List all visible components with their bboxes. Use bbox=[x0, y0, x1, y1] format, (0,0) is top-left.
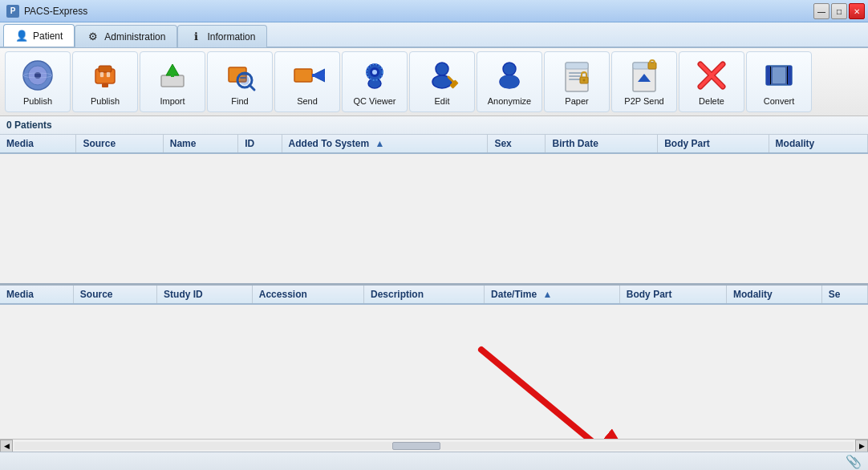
col-name[interactable]: Name bbox=[163, 135, 237, 153]
minimize-button[interactable]: — bbox=[813, 3, 829, 19]
edit-label: Edit bbox=[435, 96, 450, 106]
close-button[interactable]: ✕ bbox=[849, 3, 865, 19]
scroll-right-button[interactable]: ▶ bbox=[855, 440, 868, 452]
svg-rect-67 bbox=[788, 66, 792, 85]
information-tab-icon: ℹ bbox=[189, 30, 202, 43]
tab-administration[interactable]: ⚙ Administration bbox=[75, 25, 177, 47]
qc-viewer-button[interactable]: QC Viewer bbox=[342, 51, 408, 112]
p2p-send-button[interactable]: P2P Send bbox=[611, 51, 677, 112]
study-col-accession[interactable]: Accession bbox=[252, 286, 363, 304]
publish-disk-icon bbox=[20, 58, 55, 93]
convert-icon bbox=[761, 58, 797, 93]
toolbar: Publish Publish Import bbox=[0, 48, 868, 116]
svg-rect-36 bbox=[566, 63, 588, 69]
svg-rect-34 bbox=[500, 75, 519, 88]
qc-viewer-icon bbox=[357, 58, 392, 93]
svg-rect-5 bbox=[99, 66, 112, 72]
col-modality[interactable]: Modality bbox=[769, 135, 867, 153]
delete-button[interactable]: Delete bbox=[679, 51, 744, 112]
red-arrow-indicator bbox=[465, 334, 626, 452]
study-table: Media Source Study ID Accession Descript… bbox=[0, 286, 868, 305]
app-icon: P bbox=[6, 5, 19, 18]
find-label: Find bbox=[231, 96, 248, 106]
main-content: 0 Patients Media Source Name ID Added To… bbox=[0, 116, 868, 452]
svg-rect-7 bbox=[100, 72, 103, 77]
paper-button[interactable]: Paper bbox=[544, 51, 610, 112]
import-button[interactable]: Import bbox=[140, 51, 205, 112]
col-id[interactable]: ID bbox=[238, 135, 282, 153]
title-bar: P PACS-Express — □ ✕ bbox=[0, 0, 868, 22]
col-media[interactable]: Media bbox=[0, 135, 76, 153]
import-label: Import bbox=[160, 96, 185, 106]
study-col-description[interactable]: Description bbox=[364, 286, 485, 304]
paper-label: Paper bbox=[565, 96, 588, 106]
col-source[interactable]: Source bbox=[76, 135, 163, 153]
study-table-header: Media Source Study ID Accession Descript… bbox=[0, 286, 868, 304]
anonymize-icon bbox=[492, 58, 527, 93]
col-sex[interactable]: Sex bbox=[488, 135, 546, 153]
send-button[interactable]: Send bbox=[274, 51, 340, 112]
tab-information[interactable]: ℹ Information bbox=[177, 25, 267, 47]
svg-rect-20 bbox=[312, 74, 325, 77]
svg-rect-11 bbox=[171, 69, 174, 77]
patient-table: Media Source Name ID Added To System ▲ S… bbox=[0, 135, 868, 154]
patient-tab-icon: 👤 bbox=[15, 30, 28, 43]
edit-icon bbox=[424, 58, 460, 93]
patient-count: 0 Patients bbox=[0, 116, 868, 135]
scroll-left-button[interactable]: ◀ bbox=[0, 440, 13, 452]
study-col-se[interactable]: Se bbox=[821, 286, 867, 304]
administration-tab-label: Administration bbox=[104, 31, 165, 43]
study-col-modality[interactable]: Modality bbox=[726, 286, 821, 304]
convert-label: Convert bbox=[764, 96, 795, 106]
status-icon: 📎 bbox=[846, 454, 862, 469]
svg-point-33 bbox=[506, 66, 513, 72]
h-scrollbar: ◀ ▶ bbox=[0, 439, 868, 452]
svg-point-41 bbox=[583, 79, 586, 82]
scroll-thumb[interactable] bbox=[392, 442, 440, 450]
svg-rect-9 bbox=[161, 75, 184, 87]
publish-usb-label: Publish bbox=[91, 96, 120, 106]
col-birth[interactable]: Birth Date bbox=[546, 135, 658, 153]
svg-rect-38 bbox=[569, 75, 582, 77]
paper-icon bbox=[559, 58, 594, 93]
send-icon bbox=[290, 58, 325, 93]
publish-disk-button[interactable]: Publish bbox=[5, 51, 71, 112]
tab-bar: 👤 Patient ⚙ Administration ℹ Information bbox=[0, 22, 868, 48]
svg-point-15 bbox=[240, 75, 249, 85]
study-col-studyid[interactable]: Study ID bbox=[157, 286, 253, 304]
svg-rect-66 bbox=[766, 66, 770, 85]
patient-table-header: Media Source Name ID Added To System ▲ S… bbox=[0, 135, 868, 153]
col-body[interactable]: Body Part bbox=[658, 135, 769, 153]
svg-rect-8 bbox=[107, 72, 110, 77]
status-bar: 📎 bbox=[0, 452, 868, 470]
maximize-button[interactable]: □ bbox=[831, 3, 847, 19]
svg-line-14 bbox=[249, 85, 254, 90]
patient-tab-label: Patient bbox=[33, 30, 63, 42]
app-title: PACS-Express bbox=[24, 6, 87, 17]
tab-patient[interactable]: 👤 Patient bbox=[3, 24, 75, 47]
col-added[interactable]: Added To System ▲ bbox=[282, 135, 488, 153]
study-col-media[interactable]: Media bbox=[0, 286, 73, 304]
publish-usb-icon bbox=[87, 58, 123, 93]
svg-rect-6 bbox=[102, 83, 108, 87]
scrollbar-track[interactable]: ◀ ▶ bbox=[0, 439, 868, 452]
find-button[interactable]: Find bbox=[207, 51, 273, 112]
convert-button[interactable]: Convert bbox=[746, 51, 812, 112]
patient-section: 0 Patients Media Source Name ID Added To… bbox=[0, 116, 868, 286]
find-icon bbox=[222, 58, 258, 93]
study-col-body[interactable]: Body Part bbox=[619, 286, 726, 304]
study-col-datetime[interactable]: Date/Time ▲ bbox=[485, 286, 620, 304]
delete-icon bbox=[694, 58, 729, 93]
administration-tab-icon: ⚙ bbox=[87, 30, 99, 43]
window-controls: — □ ✕ bbox=[813, 3, 865, 19]
edit-button[interactable]: Edit bbox=[409, 51, 475, 112]
publish-usb-button[interactable]: Publish bbox=[72, 51, 138, 112]
anonymize-label: Anonymize bbox=[488, 96, 531, 106]
publish-disk-label: Publish bbox=[23, 96, 52, 106]
svg-rect-16 bbox=[240, 74, 249, 75]
svg-rect-18 bbox=[294, 69, 312, 82]
anonymize-button[interactable]: Anonymize bbox=[477, 51, 542, 112]
import-icon bbox=[155, 58, 190, 93]
study-col-source[interactable]: Source bbox=[73, 286, 156, 304]
svg-line-69 bbox=[481, 350, 598, 446]
